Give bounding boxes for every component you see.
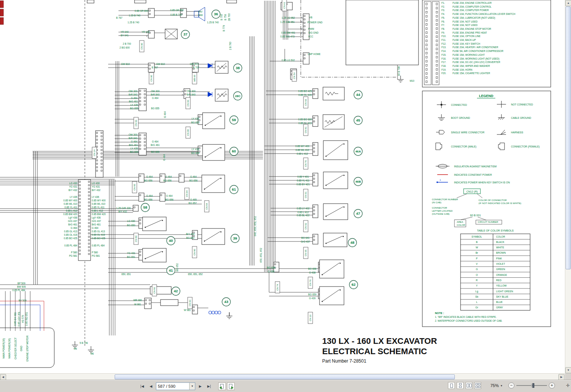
switch-contact-dot: [326, 156, 327, 157]
scroll-up-button[interactable]: ▲: [565, 0, 571, 6]
wire-label: 0.85 WL 410: [92, 202, 105, 205]
wire-label: BG 656: [163, 179, 172, 182]
pan-tool-icon[interactable]: ✛: [566, 383, 570, 388]
facing-layout-button[interactable]: [466, 382, 472, 389]
color-name: PINK: [496, 257, 502, 260]
wire-label: YG 431: [92, 185, 100, 188]
wire-label: 1.25 GrB 951: [280, 21, 295, 23]
fuse-code: F13.: [441, 46, 446, 49]
vertical-scrollbar[interactable]: ▲ ▼: [565, 0, 571, 373]
connector-id-label: CN 04: [186, 190, 188, 197]
connected-symbol: [441, 104, 443, 106]
scroll-right-button[interactable]: ▶: [558, 374, 565, 380]
component-number: 37: [183, 32, 188, 36]
wire-label: 0.85 OL 415: [64, 233, 78, 236]
vertical-scroll-thumb[interactable]: [566, 6, 571, 269]
coil-icon: [212, 311, 215, 314]
legend-annotation: (OUTSIDE CAB): [432, 212, 449, 215]
zoom-slider[interactable]: [516, 382, 547, 389]
wire-label: BG 655: [130, 107, 138, 110]
color-name: LIGHT GREEN: [496, 290, 513, 293]
wire-label: BG 655: [191, 152, 200, 154]
page-dropdown-button[interactable]: ▾: [189, 383, 195, 390]
connector-id-label: CN 06: [135, 120, 137, 126]
color-name: BLACK: [496, 241, 504, 243]
wire-label: 0.85 BO 425: [64, 237, 78, 240]
fuse-code: F15.: [441, 53, 446, 56]
prev-page-button[interactable]: ◀: [147, 382, 155, 390]
wire-label: PG 581: [92, 254, 100, 257]
first-page-button[interactable]: |◀: [138, 382, 146, 390]
legend-item-label: CONNECTOR (FEMALE): [511, 145, 540, 148]
page-number-input[interactable]: [156, 383, 189, 390]
wire-label: LMP HOME: [308, 53, 320, 55]
zoom-out-button[interactable]: −: [508, 382, 514, 389]
wire-label: 650, 651: [122, 273, 131, 275]
legend-item-label: INDICATES CONSTANT POWER: [454, 173, 492, 176]
edge-connector-block: [87, 0, 94, 3]
fuse-code: F16.: [441, 57, 446, 60]
next-view-button[interactable]: [227, 382, 235, 390]
switch-contact-dot: [344, 207, 345, 208]
next-page-button[interactable]: ▶: [196, 382, 204, 390]
previous-view-button[interactable]: [218, 382, 226, 390]
legend-annotation: LETTER LOCATED: [432, 209, 453, 212]
component-number: 41: [169, 268, 173, 272]
wire-label: BG 658: [267, 266, 275, 269]
zoom-dropdown-button[interactable]: ▾: [501, 384, 502, 387]
fuse-code: F9.: [441, 31, 445, 34]
switch-contact-dot: [205, 125, 206, 126]
horizontal-scroll-thumb[interactable]: [115, 374, 455, 379]
scroll-left-button[interactable]: ◀: [0, 374, 6, 380]
fuse-code: F11.: [441, 39, 446, 41]
zoom-slider-handle[interactable]: [532, 383, 534, 388]
wire-label: 2 B 700: [123, 42, 131, 45]
wire-label: 0.85 GR 890: [135, 10, 148, 12]
continuous-facing-layout-button[interactable]: [474, 382, 481, 389]
color-symbol: L: [476, 301, 478, 303]
wire-label: BrY 432: [92, 189, 101, 191]
wire-label: 3: [300, 21, 302, 23]
switch-box: [320, 260, 344, 278]
connector-id-label: CN A3: [283, 2, 286, 9]
component-number: 28C: [235, 94, 241, 98]
wire-label: PG 581: [69, 254, 78, 257]
fuse-description: FUSE 10A; OPTION LINE: [453, 35, 480, 37]
wire-label: BG 650: [127, 224, 135, 227]
fuse-description: FUSE 10A; NOT USED: [453, 24, 478, 26]
legend-annotation: COLOR OF CONNECTOR: [479, 199, 507, 201]
zoom-slider-tick: [531, 384, 532, 387]
switch-contact-dot: [162, 251, 163, 253]
connector: [192, 305, 198, 314]
horizontal-scrollbar[interactable]: ◀ ▶: [0, 373, 565, 380]
switch-contact-dot: [340, 263, 341, 264]
continuous-layout-button[interactable]: [457, 382, 464, 389]
wire-label: 0.85 OL 415: [298, 94, 312, 96]
note-title: NOTE :: [435, 312, 444, 314]
document-canvas[interactable]: 0.85 GR 8901.25 B 740B 7670.85 GR 8900.8…: [0, 0, 565, 373]
switch-contact-dot: [326, 185, 327, 186]
switch-contact-dot: [221, 116, 222, 117]
wire-label: 0.85 GY 311: [14, 312, 16, 326]
component-box: [346, 0, 419, 65]
switch-box: [323, 204, 348, 220]
connector: [139, 133, 146, 155]
zoom-in-button[interactable]: +: [549, 382, 555, 389]
wire-label: LY 435: [191, 117, 199, 120]
switch-box: [203, 144, 225, 160]
circuit-example: 60 B 001: [470, 214, 481, 217]
wire-label: G 464: [71, 227, 78, 229]
scroll-down-button[interactable]: ▼: [565, 367, 571, 373]
last-page-button[interactable]: ▶|: [205, 382, 213, 390]
component-number: 45: [356, 118, 360, 122]
wire-label: BG 658: [308, 267, 316, 270]
color-symbol: P: [476, 257, 478, 260]
switch-contact-dot: [326, 243, 327, 244]
wire-label: 2B 700: [228, 13, 230, 21]
wire-label: BrY 432: [118, 210, 127, 213]
single-page-layout-button[interactable]: [448, 382, 455, 389]
wire-label: 0.85 BW 420: [92, 213, 106, 215]
wire-label: GrG 437: [68, 220, 78, 222]
component-number: 38: [236, 66, 240, 70]
wire-label: B 779: [222, 25, 225, 31]
